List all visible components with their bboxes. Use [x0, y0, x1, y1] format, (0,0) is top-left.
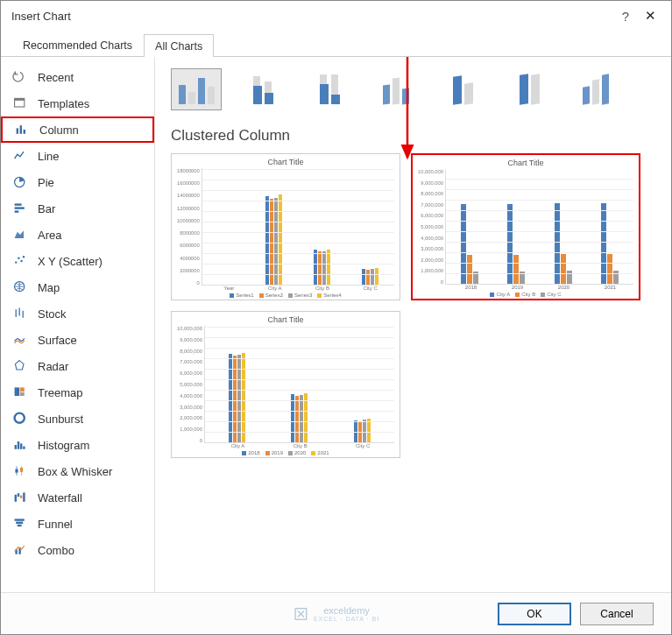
svg-point-12 [23, 256, 25, 258]
sidebar-item-histogram[interactable]: Histogram [1, 432, 154, 458]
dialog-title: Insert Chart [11, 10, 71, 23]
svg-rect-37 [18, 525, 22, 526]
sidebar-item-bar[interactable]: Bar [1, 195, 154, 222]
svg-rect-1 [15, 98, 25, 100]
chart-preview-3[interactable]: Chart Title 10,000,0009,000,0008,000,000… [171, 311, 400, 458]
combo-icon [11, 542, 29, 558]
watermark-tag: EXCEL · DATA · BI [314, 616, 379, 622]
svg-rect-36 [16, 522, 23, 524]
close-icon[interactable]: ✕ [638, 8, 662, 24]
sidebar-item-surface[interactable]: Surface [1, 327, 154, 353]
sidebar-item-label: Surface [38, 334, 77, 347]
tab-recommended[interactable]: Recommended Charts [11, 33, 144, 56]
sidebar-item-sunburst[interactable]: Sunburst [1, 406, 154, 432]
sidebar-item-label: Bar [38, 202, 55, 215]
svg-rect-7 [15, 207, 25, 208]
ok-button[interactable]: OK [498, 603, 571, 625]
subtype-3d-column[interactable] [570, 68, 621, 110]
svg-rect-23 [15, 445, 17, 449]
sidebar-item-stock[interactable]: Stock [1, 300, 154, 327]
radar-icon [11, 358, 29, 374]
svg-marker-17 [15, 361, 24, 370]
sidebar-item-label: Waterfall [38, 491, 82, 504]
sidebar-item-label: X Y (Scatter) [38, 255, 103, 268]
sidebar-item-label: Line [38, 150, 60, 163]
chart-preview-2[interactable]: Chart Title 10,000,0009,000,0008,000,000… [411, 153, 640, 300]
sidebar-item-label: Recent [38, 71, 74, 84]
pie-icon [11, 174, 29, 190]
svg-point-22 [18, 416, 22, 420]
tab-all-charts[interactable]: All Charts [144, 34, 214, 57]
sidebar-item-label: Sunburst [38, 413, 83, 426]
waterfall-icon [11, 490, 29, 505]
subtype-stacked-column[interactable] [237, 68, 288, 110]
boxwhisker-icon [11, 463, 29, 479]
sidebar-item-waterfall[interactable]: Waterfall [1, 484, 154, 511]
surface-icon [11, 332, 29, 348]
svg-rect-31 [15, 495, 17, 502]
sidebar-item-scatter[interactable]: X Y (Scatter) [1, 248, 154, 274]
svg-rect-20 [20, 392, 25, 396]
recent-icon [11, 69, 29, 85]
preview-title: Chart Title [418, 159, 633, 167]
svg-point-10 [18, 258, 19, 259]
sidebar-item-area[interactable]: Area [1, 222, 154, 248]
svg-rect-24 [18, 441, 19, 449]
sidebar-item-label: Funnel [38, 518, 73, 531]
preview-title: Chart Title [177, 158, 394, 166]
subtype-3d-stacked[interactable] [437, 68, 488, 110]
subtype-3d-clustered[interactable] [371, 68, 421, 110]
sidebar-item-line[interactable]: Line [1, 143, 154, 169]
sidebar-item-label: Radar [38, 360, 68, 373]
sidebar-item-recent[interactable]: Recent [1, 64, 154, 90]
watermark: exceldemy EXCEL · DATA · BI [293, 605, 379, 622]
sidebar-item-radar[interactable]: Radar [1, 353, 154, 379]
stock-icon [11, 306, 29, 321]
svg-rect-32 [18, 493, 19, 497]
sidebar-item-label: Combo [38, 544, 74, 557]
svg-rect-2 [17, 128, 18, 133]
preview-title: Chart Title [177, 315, 394, 324]
svg-rect-4 [24, 130, 25, 134]
watermark-brand: exceldemy [323, 605, 370, 616]
column-subtype-row [171, 67, 659, 111]
sidebar-item-pie[interactable]: Pie [1, 169, 154, 195]
subtype-3d-100-stacked[interactable] [504, 68, 555, 110]
sidebar-item-funnel[interactable]: Funnel [1, 511, 154, 537]
svg-rect-35 [15, 519, 25, 520]
chart-category-sidebar: Recent Templates Column Line Pie Bar Are… [1, 57, 155, 592]
svg-rect-34 [23, 492, 25, 501]
sidebar-item-label: Box & Whisker [38, 465, 112, 478]
sidebar-item-map[interactable]: Map [1, 274, 154, 300]
cancel-button[interactable]: Cancel [580, 603, 654, 625]
subtype-clustered-column[interactable] [171, 68, 222, 110]
sidebar-item-label: Templates [38, 97, 89, 110]
sidebar-item-label: Pie [38, 176, 54, 189]
sidebar-item-boxwhisker[interactable]: Box & Whisker [1, 458, 154, 484]
svg-rect-25 [20, 443, 22, 448]
titlebar: Insert Chart ? ✕ [1, 1, 671, 31]
sidebar-item-combo[interactable]: Combo [1, 537, 154, 563]
sidebar-item-treemap[interactable]: Treemap [1, 379, 154, 406]
treemap-icon [11, 385, 29, 400]
column-icon [13, 122, 31, 138]
sidebar-item-label: Column [39, 123, 79, 137]
sidebar-item-label: Area [38, 229, 61, 242]
sidebar-item-column[interactable]: Column [1, 116, 154, 143]
chart-preview-1[interactable]: Chart Title 1800000016000000140000001200… [171, 153, 400, 300]
help-icon[interactable]: ? [613, 9, 638, 24]
svg-rect-26 [23, 447, 25, 449]
svg-rect-19 [20, 387, 25, 392]
sunburst-icon [11, 411, 29, 427]
sidebar-item-label: Map [38, 281, 60, 294]
svg-rect-3 [20, 125, 22, 134]
sidebar-item-templates[interactable]: Templates [1, 90, 154, 116]
chart-panel: Clustered Column Chart Title 18000000160… [155, 57, 671, 592]
sidebar-item-label: Stock [38, 307, 67, 321]
dialog-footer: exceldemy EXCEL · DATA · BI OK Cancel [1, 592, 671, 634]
svg-rect-30 [20, 468, 23, 472]
chart-type-title: Clustered Column [171, 127, 659, 145]
sidebar-item-label: Histogram [38, 439, 89, 452]
subtype-100-stacked-column[interactable] [304, 68, 355, 110]
sidebar-item-label: Treemap [38, 386, 83, 399]
